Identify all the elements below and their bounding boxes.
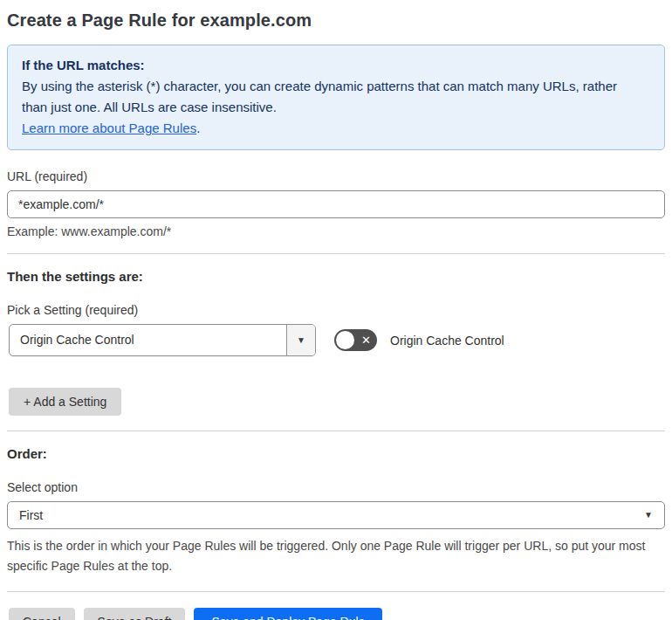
save-as-draft-button[interactable]: Save as Draft — [84, 608, 186, 620]
footer-actions: Cancel Save as Draft Save and Deploy Pag… — [9, 608, 665, 620]
link-suffix: . — [196, 121, 200, 135]
url-field-label: URL (required) — [7, 169, 665, 183]
learn-more-link[interactable]: Learn more about Page Rules — [22, 121, 196, 135]
url-input[interactable] — [7, 190, 665, 218]
divider — [7, 591, 665, 592]
order-section-heading: Order: — [7, 446, 665, 461]
settings-section-heading: Then the settings are: — [7, 269, 665, 284]
save-and-deploy-button[interactable]: Save and Deploy Page Rule — [194, 608, 382, 620]
url-field-helper: Example: www.example.com/* — [7, 224, 665, 238]
divider — [7, 253, 665, 254]
create-page-rule-form: Create a Page Rule for example.com If th… — [0, 0, 672, 620]
setting-dropdown[interactable]: Origin Cache Control ▼ — [9, 324, 316, 356]
order-helper-text: This is the order in which your Page Rul… — [7, 536, 662, 576]
divider — [7, 431, 665, 431]
toggle-label: Origin Cache Control — [390, 334, 504, 348]
cancel-button[interactable]: Cancel — [9, 608, 75, 620]
add-setting-button[interactable]: + Add a Setting — [9, 388, 121, 416]
chevron-down-icon: ▼ — [644, 511, 653, 520]
info-box-link-line: Learn more about Page Rules. — [22, 118, 650, 139]
setting-row: Origin Cache Control ▼ ✕ Origin Cache Co… — [9, 324, 665, 356]
toggle-off-icon: ✕ — [361, 329, 371, 351]
info-box-heading: If the URL matches: — [22, 55, 650, 76]
url-match-info-box: If the URL matches: By using the asteris… — [7, 45, 665, 150]
info-box-body: By using the asterisk (*) character, you… — [22, 76, 643, 118]
setting-dropdown-value: Origin Cache Control — [10, 325, 286, 355]
setting-dropdown-arrow-button[interactable]: ▼ — [286, 325, 315, 355]
toggle-knob — [336, 331, 354, 349]
chevron-down-icon: ▼ — [297, 336, 305, 345]
origin-cache-control-toggle[interactable]: ✕ — [334, 329, 377, 351]
order-select[interactable]: First ▼ — [7, 501, 665, 529]
order-select-value: First — [19, 508, 644, 522]
setting-picker-label: Pick a Setting (required) — [7, 303, 665, 317]
order-select-label: Select option — [7, 480, 665, 494]
page-title: Create a Page Rule for example.com — [7, 10, 665, 31]
